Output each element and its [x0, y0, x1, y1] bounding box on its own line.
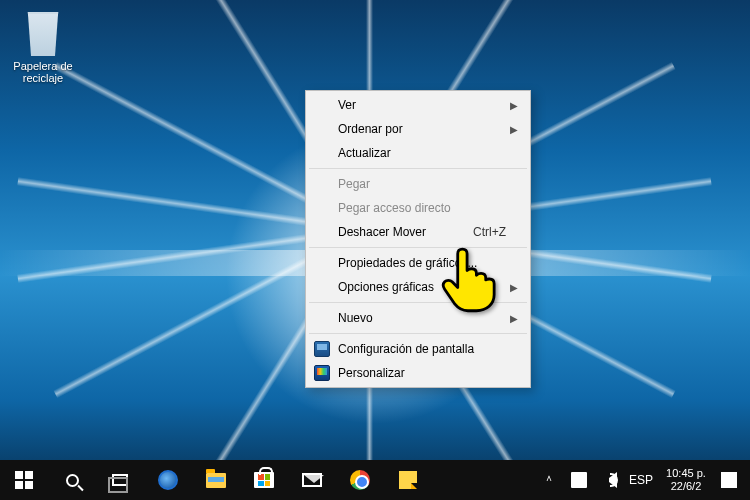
menu-separator — [309, 333, 527, 334]
menu-item-label: Ordenar por — [338, 122, 403, 136]
menu-item-label: Pegar — [338, 177, 370, 191]
menu-item-opciones-gr-ficas[interactable]: Opciones gráficas▶ — [308, 275, 528, 299]
taskbar-app-chrome[interactable] — [336, 460, 384, 500]
menu-item-label: Deshacer Mover — [338, 225, 426, 239]
menu-item-label: Opciones gráficas — [338, 280, 434, 294]
taskbar-app-edge[interactable] — [144, 460, 192, 500]
menu-item-propiedades-de-gr-ficos[interactable]: Propiedades de gráficos... — [308, 251, 528, 275]
action-center-button[interactable] — [714, 472, 744, 488]
search-button[interactable] — [48, 460, 96, 500]
menu-item-deshacer-mover[interactable]: Deshacer MoverCtrl+Z — [308, 220, 528, 244]
task-view-button[interactable] — [96, 460, 144, 500]
menu-item-configuraci-n-de-pantalla[interactable]: Configuración de pantalla — [308, 337, 528, 361]
start-button[interactable] — [0, 460, 48, 500]
menu-item-actualizar[interactable]: Actualizar — [308, 141, 528, 165]
menu-item-shortcut: Ctrl+Z — [473, 225, 506, 239]
chevron-up-icon: ＾ — [543, 472, 555, 489]
recycle-bin-icon — [23, 12, 63, 56]
menu-item-ordenar-por[interactable]: Ordenar por▶ — [308, 117, 528, 141]
tray-overflow-button[interactable]: ＾ — [534, 472, 564, 489]
menu-item-label: Configuración de pantalla — [338, 342, 474, 356]
menu-item-pegar-acceso-directo: Pegar acceso directo — [308, 196, 528, 220]
menu-separator — [309, 302, 527, 303]
personalize-icon — [314, 365, 330, 381]
network-icon — [571, 472, 587, 488]
taskbar-app-store[interactable] — [240, 460, 288, 500]
menu-item-label: Pegar acceso directo — [338, 201, 451, 215]
clock-time: 10:45 p. — [666, 467, 706, 480]
desktop-icon-label: Papelera de reciclaje — [10, 60, 76, 84]
chevron-right-icon: ▶ — [510, 313, 518, 324]
mail-icon — [302, 473, 322, 487]
volume-icon — [601, 472, 617, 488]
menu-item-label: Propiedades de gráficos... — [338, 256, 477, 270]
taskbar-clock[interactable]: 10:45 p. 22/6/2 — [658, 467, 714, 493]
chrome-icon — [350, 470, 370, 490]
tray-network-button[interactable] — [564, 472, 594, 488]
menu-item-label: Personalizar — [338, 366, 405, 380]
menu-item-label: Nuevo — [338, 311, 373, 325]
sticky-note-icon — [399, 471, 417, 489]
taskbar-app-file-explorer[interactable] — [192, 460, 240, 500]
menu-item-label: Actualizar — [338, 146, 391, 160]
chevron-right-icon: ▶ — [510, 282, 518, 293]
menu-item-label: Ver — [338, 98, 356, 112]
chevron-right-icon: ▶ — [510, 100, 518, 111]
menu-separator — [309, 247, 527, 248]
clock-date: 22/6/2 — [671, 480, 702, 493]
edge-icon — [158, 470, 178, 490]
menu-item-personalizar[interactable]: Personalizar — [308, 361, 528, 385]
taskbar-app-sticky-notes[interactable] — [384, 460, 432, 500]
recycle-bin[interactable]: Papelera de reciclaje — [10, 12, 76, 84]
menu-item-ver[interactable]: Ver▶ — [308, 93, 528, 117]
menu-separator — [309, 168, 527, 169]
action-center-icon — [721, 472, 737, 488]
task-view-icon — [112, 474, 128, 486]
folder-icon — [206, 473, 226, 488]
store-icon — [254, 472, 274, 488]
menu-item-nuevo[interactable]: Nuevo▶ — [308, 306, 528, 330]
display-settings-icon — [314, 341, 330, 357]
menu-item-pegar: Pegar — [308, 172, 528, 196]
taskbar-app-mail[interactable] — [288, 460, 336, 500]
chevron-right-icon: ▶ — [510, 124, 518, 135]
search-icon — [66, 474, 79, 487]
taskbar: ＾ ESP 10:45 p. 22/6/2 — [0, 460, 750, 500]
system-tray: ＾ ESP 10:45 p. 22/6/2 — [534, 460, 750, 500]
tray-volume-button[interactable] — [594, 472, 624, 488]
language-indicator[interactable]: ESP — [624, 473, 658, 487]
windows-logo-icon — [15, 471, 33, 489]
desktop[interactable]: Papelera de reciclaje Ver▶Ordenar por▶Ac… — [0, 0, 750, 500]
desktop-context-menu: Ver▶Ordenar por▶ActualizarPegarPegar acc… — [305, 90, 531, 388]
